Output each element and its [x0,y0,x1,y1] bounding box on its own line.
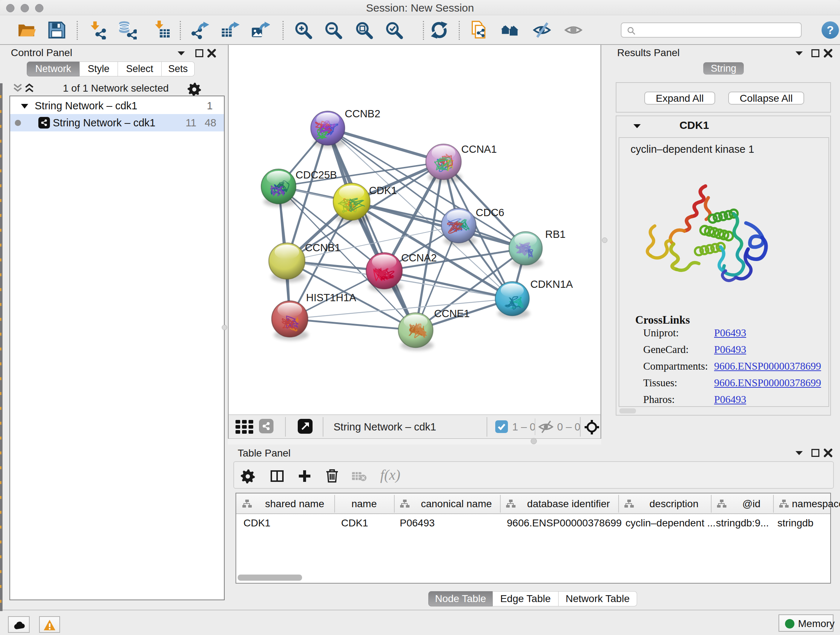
svg-text:CCNA2: CCNA2 [401,252,437,264]
svg-text:CDKN1A: CDKN1A [531,279,573,290]
svg-text:RB1: RB1 [545,228,565,240]
svg-text:HIST1H1A: HIST1H1A [306,292,356,303]
svg-text:CCNE1: CCNE1 [434,308,470,319]
svg-text:CDC25B: CDC25B [295,169,337,181]
svg-text:CDK1: CDK1 [369,185,397,196]
svg-text:CCNB2: CCNB2 [345,108,380,119]
svg-text:CDC6: CDC6 [476,207,504,218]
svg-text:CCNA1: CCNA1 [461,143,497,155]
svg-text:CCNB1: CCNB1 [305,242,340,253]
